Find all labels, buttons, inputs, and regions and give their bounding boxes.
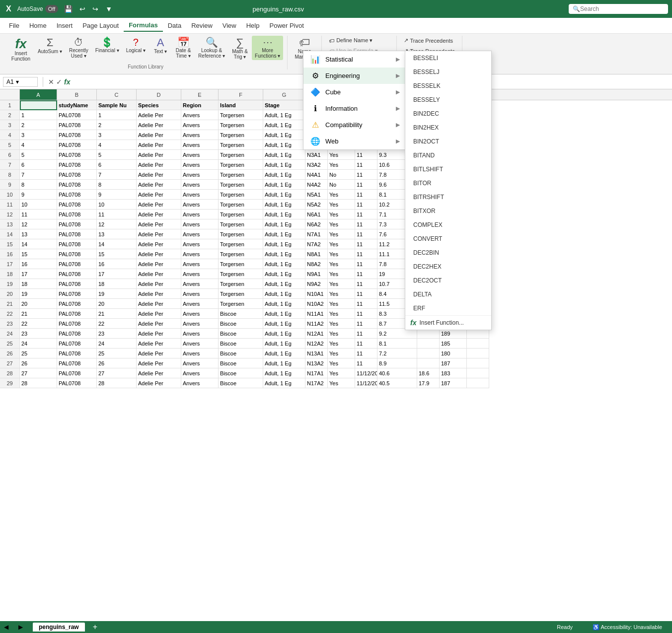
table-cell[interactable]: 2: [97, 120, 137, 130]
table-cell[interactable]: 8: [97, 180, 137, 190]
table-cell[interactable]: PAL0708: [57, 210, 97, 219]
menu-item-engineering[interactable]: ⚙ Engineering ▶: [303, 68, 407, 84]
table-cell[interactable]: 11: [355, 249, 377, 259]
table-cell[interactable]: Yes: [328, 329, 355, 339]
table-cell[interactable]: 11: [355, 150, 377, 160]
col-header-A[interactable]: A: [20, 89, 57, 100]
table-cell[interactable]: PAL0708: [57, 150, 97, 160]
table-cell[interactable]: 18: [20, 279, 57, 289]
table-cell[interactable]: 6: [20, 160, 57, 170]
formula-bar-cancel-icon[interactable]: ✕: [48, 78, 54, 86]
table-cell[interactable]: Yes: [328, 289, 355, 299]
function-list-item[interactable]: ERF: [405, 301, 491, 315]
table-cell[interactable]: Yes: [328, 339, 355, 349]
table-cell[interactable]: N6A1: [305, 210, 328, 219]
table-cell[interactable]: 11: [355, 339, 377, 349]
table-cell[interactable]: 11: [355, 329, 377, 339]
table-cell[interactable]: Yes: [328, 279, 355, 289]
table-cell[interactable]: 5: [20, 150, 57, 160]
table-cell[interactable]: Biscoe: [219, 319, 263, 329]
table-cell[interactable]: 11: [355, 358, 377, 368]
table-cell[interactable]: N9A2: [305, 279, 328, 289]
menu-item-compatibility[interactable]: ⚠ Compatibility ▶: [303, 117, 407, 133]
table-cell[interactable]: Adelie Per: [137, 309, 181, 319]
cell-B1[interactable]: studyName: [57, 100, 97, 110]
table-cell[interactable]: PAL0708: [57, 229, 97, 239]
table-cell[interactable]: Anvers: [181, 219, 219, 229]
table-cell[interactable]: Adelie Per: [137, 160, 181, 170]
table-cell[interactable]: Anvers: [181, 120, 219, 130]
table-cell[interactable]: 16: [97, 259, 137, 269]
table-cell[interactable]: 9.2: [377, 329, 417, 339]
cell-ref-dropdown[interactable]: ▾: [16, 78, 19, 85]
redo-icon[interactable]: ↪: [90, 4, 100, 14]
table-cell[interactable]: N9A1: [305, 269, 328, 279]
table-cell[interactable]: 23: [97, 329, 137, 339]
table-cell[interactable]: Adult, 1 Eg: [263, 110, 305, 120]
table-cell[interactable]: Adult, 1 Eg: [263, 120, 305, 130]
col-header-B[interactable]: B: [57, 89, 97, 100]
table-cell[interactable]: N12A2: [305, 339, 328, 349]
table-cell[interactable]: 11: [355, 160, 377, 170]
save-icon[interactable]: 💾: [62, 4, 75, 14]
table-cell[interactable]: Adelie Per: [137, 219, 181, 229]
function-list-item[interactable]: DEC2OCT: [405, 274, 491, 287]
table-cell[interactable]: 26: [97, 358, 137, 368]
table-cell[interactable]: N5A2: [305, 200, 328, 210]
table-cell[interactable]: PAL0708: [57, 358, 97, 368]
table-cell[interactable]: 12: [97, 219, 137, 229]
table-cell[interactable]: 12: [20, 219, 57, 229]
menu-item-cube[interactable]: 🔷 Cube ▶: [303, 84, 407, 100]
undo-icon[interactable]: ↩: [77, 4, 87, 14]
cell-C1[interactable]: Sample Nu: [97, 100, 137, 110]
table-cell[interactable]: 11: [355, 309, 377, 319]
function-list-item[interactable]: BIN2HEX: [405, 121, 491, 135]
table-cell[interactable]: N13A1: [305, 349, 328, 358]
menu-home[interactable]: Home: [24, 20, 52, 31]
table-cell[interactable]: Adelie Per: [137, 110, 181, 120]
table-cell[interactable]: Anvers: [181, 140, 219, 150]
table-cell[interactable]: N11A2: [305, 319, 328, 329]
table-cell[interactable]: Adult, 1 Eg: [263, 349, 305, 358]
table-cell[interactable]: 183: [440, 368, 467, 378]
table-cell[interactable]: Yes: [328, 349, 355, 358]
col-header-G[interactable]: G: [263, 89, 305, 100]
table-cell[interactable]: Adult, 1 Eg: [263, 299, 305, 309]
table-cell[interactable]: PAL0708: [57, 279, 97, 289]
table-cell[interactable]: 9: [20, 190, 57, 200]
table-cell[interactable]: Adult, 1 Eg: [263, 339, 305, 349]
cell-reference-box[interactable]: A1 ▾: [3, 77, 38, 87]
table-cell[interactable]: Adult, 1 Eg: [263, 160, 305, 170]
table-cell[interactable]: 14: [20, 239, 57, 249]
table-cell[interactable]: Adelie Per: [137, 349, 181, 358]
table-cell[interactable]: Adult, 1 Eg: [263, 279, 305, 289]
table-cell[interactable]: Torgersen: [219, 299, 263, 309]
table-cell[interactable]: [417, 358, 440, 368]
table-cell[interactable]: 187: [440, 358, 467, 368]
table-cell[interactable]: 20: [20, 299, 57, 309]
table-cell[interactable]: PAL0708: [57, 339, 97, 349]
table-cell[interactable]: Adult, 1 Eg: [263, 229, 305, 239]
table-cell[interactable]: 11: [355, 200, 377, 210]
table-cell[interactable]: PAL0708: [57, 170, 97, 180]
table-cell[interactable]: Yes: [328, 309, 355, 319]
table-cell[interactable]: [467, 349, 489, 358]
table-cell[interactable]: Adult, 1 Eg: [263, 190, 305, 200]
table-cell[interactable]: 13: [20, 229, 57, 239]
table-cell[interactable]: 8: [20, 180, 57, 190]
table-cell[interactable]: 28: [97, 378, 137, 388]
table-cell[interactable]: 13: [97, 229, 137, 239]
insert-function-button[interactable]: fx InsertFunction: [8, 36, 34, 63]
table-cell[interactable]: N10A1: [305, 289, 328, 299]
table-cell[interactable]: 22: [97, 319, 137, 329]
table-cell[interactable]: PAL0708: [57, 180, 97, 190]
table-cell[interactable]: Anvers: [181, 210, 219, 219]
table-cell[interactable]: Adelie Per: [137, 200, 181, 210]
table-cell[interactable]: 185: [440, 339, 467, 349]
menu-page-layout[interactable]: Page Layout: [77, 20, 124, 31]
financial-button[interactable]: 💲 Financial ▾: [92, 36, 122, 55]
autosum-button[interactable]: Σ AutoSum ▾: [35, 36, 65, 56]
table-cell[interactable]: 189: [440, 329, 467, 339]
function-list-item[interactable]: COMPLEX: [405, 218, 491, 232]
table-cell[interactable]: Anvers: [181, 259, 219, 269]
